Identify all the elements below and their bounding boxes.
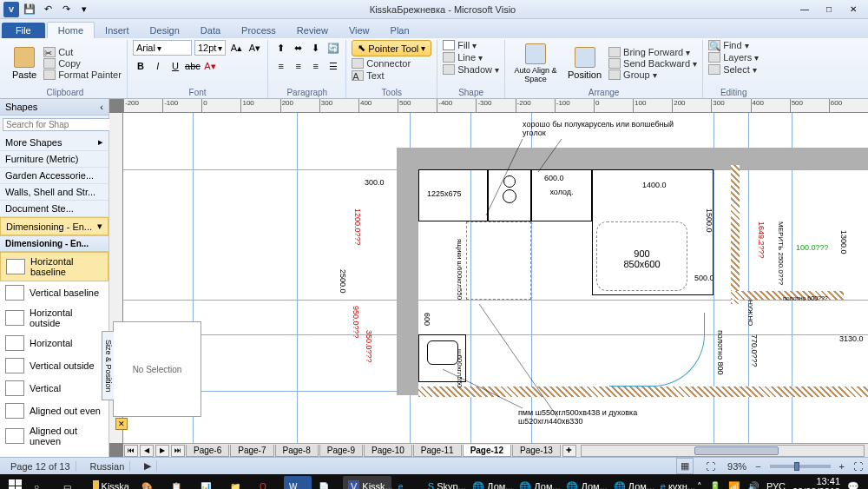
page-tab[interactable]: Page-7 <box>230 445 273 457</box>
tray-battery-icon[interactable]: 🔋 <box>709 481 721 490</box>
text-tool-button[interactable]: AText <box>352 70 384 81</box>
font-color-button[interactable]: A▾ <box>202 58 218 74</box>
task-browser[interactable]: 🌐Дом... <box>467 476 512 489</box>
shape-vertical-baseline[interactable]: Vertical baseline <box>0 281 108 304</box>
select-button[interactable]: Select ▾ <box>708 64 757 75</box>
page-tab[interactable]: Page-9 <box>319 445 363 457</box>
size-position-panel[interactable]: Size & Position No Selection ✕ <box>113 321 201 417</box>
tab-process[interactable]: Process <box>231 23 286 38</box>
page-last-button[interactable]: ⏭ <box>171 445 185 457</box>
align-top-button[interactable]: ⬆ <box>273 40 289 56</box>
font-name-combo[interactable]: Arial▾ <box>133 40 192 56</box>
page-tab[interactable]: Page-8 <box>275 445 319 457</box>
task-browser[interactable]: eкухн... <box>655 476 695 489</box>
font-size-combo[interactable]: 12pt▾ <box>194 40 226 56</box>
view-fullscreen-button[interactable]: ⛶ <box>702 459 719 473</box>
zoom-fit-button[interactable]: ⛶ <box>853 461 863 472</box>
tab-review[interactable]: Review <box>286 23 339 38</box>
task-app[interactable]: 📁 <box>225 476 253 489</box>
page-tab[interactable]: Page-13 <box>512 445 561 457</box>
bold-button[interactable]: B <box>133 58 148 74</box>
italic-button[interactable]: I <box>150 58 166 74</box>
task-skype[interactable]: SSkyp... <box>423 476 465 489</box>
shape-search-input[interactable] <box>3 118 120 131</box>
shape-horizontal-outside[interactable]: Horizontal outside <box>0 304 108 332</box>
underline-button[interactable]: U <box>168 58 183 74</box>
paste-button[interactable]: Paste <box>9 45 40 82</box>
task-app[interactable]: 📋 <box>166 476 194 489</box>
save-button[interactable]: 💾 <box>22 2 37 17</box>
task-visio[interactable]: VKissk... <box>343 476 391 489</box>
align-middle-button[interactable]: ⬌ <box>291 40 306 56</box>
page-next-button[interactable]: ▶ <box>155 445 169 457</box>
bullets-button[interactable]: ☰ <box>326 58 341 74</box>
tab-insert[interactable]: Insert <box>95 23 140 38</box>
zoom-slider[interactable] <box>770 465 831 468</box>
format-painter-button[interactable]: Format Painter <box>43 69 122 80</box>
tray-wifi-icon[interactable]: 📶 <box>728 481 740 490</box>
file-tab[interactable]: File <box>2 23 45 38</box>
shape-vertical[interactable]: Vertical <box>0 377 108 400</box>
tab-plan[interactable]: Plan <box>380 23 420 38</box>
undo-button[interactable]: ↶ <box>40 2 56 17</box>
stencil-document[interactable]: Document Ste... <box>0 201 108 217</box>
page-first-button[interactable]: ⏮ <box>124 445 138 457</box>
task-app[interactable]: 📄 <box>313 476 341 489</box>
task-app[interactable]: 🎨 <box>136 476 164 489</box>
align-left-button[interactable]: ≡ <box>273 58 289 74</box>
view-normal-button[interactable]: ▦ <box>676 458 694 474</box>
tab-home[interactable]: Home <box>47 22 95 38</box>
task-edge[interactable]: e <box>393 476 421 489</box>
task-opera[interactable]: O <box>254 476 282 489</box>
notifications-icon[interactable]: 💬 <box>847 481 859 490</box>
line-button[interactable]: Line ▾ <box>443 52 483 63</box>
grow-font-button[interactable]: A▴ <box>228 40 244 56</box>
tab-design[interactable]: Design <box>140 23 190 38</box>
stencil-garden[interactable]: Garden Accessorie... <box>0 168 108 184</box>
autoalign-button[interactable]: Auto Align & Space <box>510 42 561 85</box>
tray-volume-icon[interactable]: 🔊 <box>747 481 760 490</box>
shape-vertical-outside[interactable]: Vertical outside <box>0 354 108 377</box>
strike-button[interactable]: abc <box>185 58 201 74</box>
stencil-furniture[interactable]: Furniture (Metric) <box>0 151 108 168</box>
tray-language[interactable]: РУС <box>766 481 786 489</box>
cut-button[interactable]: ✂Cut <box>43 47 122 57</box>
close-button[interactable]: ✕ <box>842 3 865 17</box>
task-browser[interactable]: 🌐Дом... <box>561 476 606 489</box>
align-center-button[interactable]: ≡ <box>291 58 306 74</box>
page-tab[interactable]: Page-11 <box>413 445 462 457</box>
taskbar-clock[interactable]: 13:4103/03/2018 <box>792 476 840 489</box>
minimize-button[interactable]: — <box>793 3 816 17</box>
more-shapes-button[interactable]: More Shapes▸ <box>0 134 108 151</box>
bring-forward-button[interactable]: Bring Forward ▾ <box>608 47 697 57</box>
size-position-tab[interactable]: Size & Position <box>102 331 114 400</box>
start-button[interactable] <box>3 479 27 489</box>
layers-button[interactable]: Layers ▾ <box>708 52 759 63</box>
shape-horizontal-baseline[interactable]: Horizontal baseline <box>0 252 108 281</box>
size-position-close-button[interactable]: ✕ <box>115 418 128 430</box>
shape-aligned-out-uneven[interactable]: Aligned out uneven <box>0 422 108 450</box>
page-tab-active[interactable]: Page-12 <box>463 445 511 457</box>
task-browser[interactable]: 🌐Дом... <box>514 476 559 489</box>
page-add-button[interactable]: ✚ <box>562 445 576 457</box>
page-tab[interactable]: Page-6 <box>186 445 229 457</box>
task-browser[interactable]: 🌐Дом... <box>608 476 654 489</box>
drawing-canvas[interactable]: холод. 900850x600 хорошо бы полукарусель… <box>123 113 868 443</box>
status-language[interactable]: Russian <box>85 461 131 472</box>
send-backward-button[interactable]: Send Backward ▾ <box>608 58 697 69</box>
position-button[interactable]: Position <box>564 45 605 82</box>
copy-button[interactable]: Copy <box>43 58 122 69</box>
horizontal-scrollbar[interactable] <box>581 445 865 457</box>
connector-button[interactable]: Connector <box>352 58 411 69</box>
page-tab[interactable]: Page-10 <box>364 445 412 457</box>
stencil-walls[interactable]: Walls, Shell and Str... <box>0 184 108 201</box>
scrollbar-thumb[interactable] <box>694 446 779 455</box>
zoom-in-button[interactable]: + <box>839 461 845 472</box>
pointer-tool-button[interactable]: ⬉Pointer Tool▾ <box>352 40 431 56</box>
cortana-button[interactable]: ○ <box>29 476 56 489</box>
shape-horizontal[interactable]: Horizontal <box>0 332 108 354</box>
align-right-button[interactable]: ≡ <box>308 58 324 74</box>
status-macro-icon[interactable]: ▶ <box>139 460 157 472</box>
task-app[interactable]: 📊 <box>195 476 223 489</box>
stencil-dimensioning[interactable]: Dimensioning - En...▾ <box>0 217 108 235</box>
